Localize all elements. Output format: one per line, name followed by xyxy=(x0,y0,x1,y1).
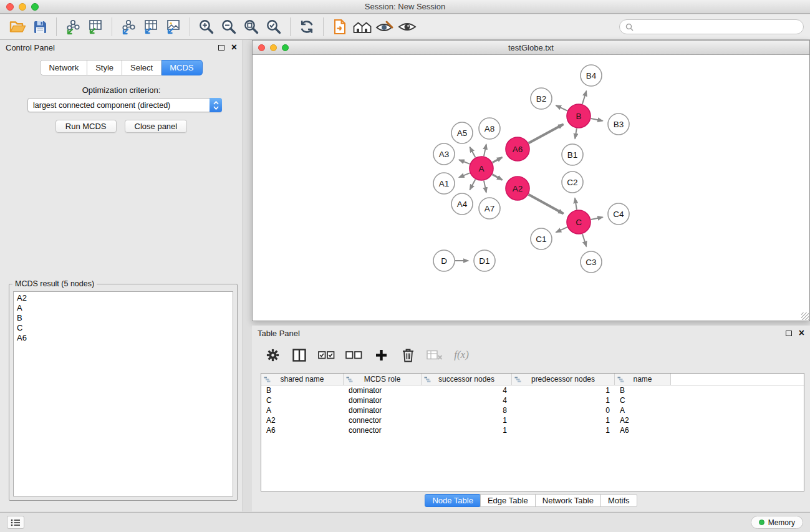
graph-edge-A-A2[interactable] xyxy=(493,175,503,180)
graph-node-label-D1: D1 xyxy=(479,256,489,266)
graph-edge-A-A3[interactable] xyxy=(459,160,470,164)
result-item[interactable]: C xyxy=(14,323,233,333)
search-input[interactable] xyxy=(637,22,798,31)
search-box[interactable] xyxy=(619,19,804,34)
minimize-window-icon[interactable] xyxy=(19,3,26,11)
close-window-icon[interactable] xyxy=(6,3,14,11)
close-panel-icon[interactable]: × xyxy=(231,42,237,52)
close-panel-button[interactable]: Close panel xyxy=(125,120,188,133)
graph-edge-C-C4[interactable] xyxy=(591,217,603,220)
export-table-icon xyxy=(143,19,159,35)
control-panel: Control Panel × NetworkStyleSelectMCDS O… xyxy=(0,40,243,511)
delete-row-button[interactable] xyxy=(400,346,416,364)
float-table-panel-icon[interactable] xyxy=(786,331,792,336)
column-header-name[interactable]: name xyxy=(615,374,671,385)
table-row-A2[interactable]: A2connector11A2 xyxy=(261,415,804,425)
float-panel-icon[interactable] xyxy=(218,45,224,51)
import-network-button[interactable] xyxy=(62,16,84,37)
memory-button[interactable]: Memory xyxy=(751,516,803,529)
table-row-A6[interactable]: A6connector11A6 xyxy=(261,425,804,435)
run-mcds-button[interactable]: Run MCDS xyxy=(55,120,117,133)
graph-node-label-A3: A3 xyxy=(439,150,450,159)
tab-network-table[interactable]: Network Table xyxy=(535,494,601,507)
graph-edge-A2-C[interactable] xyxy=(529,195,564,214)
table-row-A[interactable]: Adominator80A xyxy=(261,405,804,415)
mcds-result-list[interactable]: A2ABCA6 xyxy=(13,291,233,496)
column-header-successor-nodes[interactable]: successor nodes xyxy=(422,374,512,385)
add-row-button[interactable] xyxy=(373,346,389,364)
tab-motifs[interactable]: Motifs xyxy=(600,494,637,507)
main-toolbar xyxy=(0,14,810,40)
open-folder-button[interactable] xyxy=(6,16,29,37)
graph-edge-B-B1[interactable] xyxy=(575,128,577,139)
graph-edge-A-A6[interactable] xyxy=(493,157,503,162)
column-header-predecessor-nodes[interactable]: predecessor nodes xyxy=(512,374,615,385)
graph-edge-A-A7[interactable] xyxy=(484,181,486,193)
import-table-button[interactable] xyxy=(84,16,107,37)
network-minimize-icon[interactable] xyxy=(270,44,277,51)
network-canvas[interactable]: B4B2BB3A5A8A6A3B1AC2A1A2A4A7C4CC1DD1C3 xyxy=(253,55,809,321)
home-button[interactable] xyxy=(351,16,374,37)
graph-edge-B-B2[interactable] xyxy=(556,105,567,111)
zoom-out-button[interactable] xyxy=(218,16,240,37)
export-network-button[interactable] xyxy=(117,16,140,37)
graph-edge-C-C1[interactable] xyxy=(556,227,567,232)
result-item[interactable]: A2 xyxy=(14,293,233,303)
graph-node-label-C3: C3 xyxy=(586,258,596,267)
zoom-selected-button[interactable] xyxy=(263,16,285,37)
resize-grip[interactable] xyxy=(801,312,809,320)
status-bar: Memory xyxy=(0,512,810,532)
unselect-all-columns-button[interactable] xyxy=(345,346,362,364)
tab-style[interactable]: Style xyxy=(87,60,122,75)
optimization-criterion-dropdown[interactable]: largest connected component (directed) xyxy=(27,98,222,112)
result-item[interactable]: B xyxy=(14,313,233,323)
column-header-shared-name[interactable]: shared name xyxy=(261,374,344,385)
select-all-columns-button[interactable] xyxy=(318,346,335,364)
graph-edge-C-C3[interactable] xyxy=(582,234,586,246)
close-table-panel-icon[interactable]: × xyxy=(799,328,804,338)
tab-select[interactable]: Select xyxy=(122,60,162,75)
network-close-icon[interactable] xyxy=(258,44,265,51)
graph-node-label-D: D xyxy=(441,256,447,266)
tab-edge-table[interactable]: Edge Table xyxy=(480,494,536,507)
save-button[interactable] xyxy=(29,16,51,37)
birds-eye-button[interactable] xyxy=(396,16,418,37)
node-table: shared nameMCDS rolesuccessor nodesprede… xyxy=(261,373,804,491)
task-history-button[interactable] xyxy=(7,516,24,529)
graph-node-label-C4: C4 xyxy=(613,210,624,219)
result-item[interactable]: A xyxy=(14,303,233,313)
table-cell: B xyxy=(615,386,671,395)
graph-edge-A6-B[interactable] xyxy=(529,124,564,143)
graphics-details-button[interactable] xyxy=(374,16,396,37)
dropdown-selected-value: largest connected component (directed) xyxy=(28,101,210,110)
graph-edge-A-A5[interactable] xyxy=(470,147,475,158)
zoom-in-button[interactable] xyxy=(195,16,218,37)
tab-mcds[interactable]: MCDS xyxy=(162,60,202,75)
graph-edge-B-B3[interactable] xyxy=(591,118,603,121)
tab-node-table[interactable]: Node Table xyxy=(425,494,481,507)
columns-button[interactable] xyxy=(291,346,307,364)
graph-edge-C-C2[interactable] xyxy=(575,198,577,210)
maximize-window-icon[interactable] xyxy=(31,3,39,11)
graph-edge-A-A4[interactable] xyxy=(470,180,475,190)
refresh-button[interactable] xyxy=(296,16,318,37)
new-network-button[interactable] xyxy=(329,16,351,37)
export-image-button[interactable] xyxy=(162,16,185,37)
zoom-fit-button[interactable] xyxy=(240,16,263,37)
settings-gear-button[interactable] xyxy=(264,346,281,364)
column-header-MCDS-role[interactable]: MCDS role xyxy=(344,374,422,385)
table-row-B[interactable]: Bdominator41B xyxy=(261,385,804,395)
window-title: Session: New Session xyxy=(0,2,810,11)
table-row-C[interactable]: Cdominator41C xyxy=(261,395,804,405)
table-cell: 8 xyxy=(422,406,512,415)
network-maximize-icon[interactable] xyxy=(282,44,289,51)
result-item[interactable]: A6 xyxy=(14,333,233,343)
tab-network[interactable]: Network xyxy=(40,60,87,75)
graph-edge-A-A8[interactable] xyxy=(484,144,486,156)
export-table-button[interactable] xyxy=(140,16,162,37)
network-window-titlebar[interactable]: testGlobe.txt xyxy=(253,41,809,55)
unselect-all-columns-icon xyxy=(345,350,362,360)
graph-node-label-A5: A5 xyxy=(457,128,468,138)
graph-edge-B-B4[interactable] xyxy=(582,91,586,104)
graph-edge-A-A1[interactable] xyxy=(459,173,470,177)
